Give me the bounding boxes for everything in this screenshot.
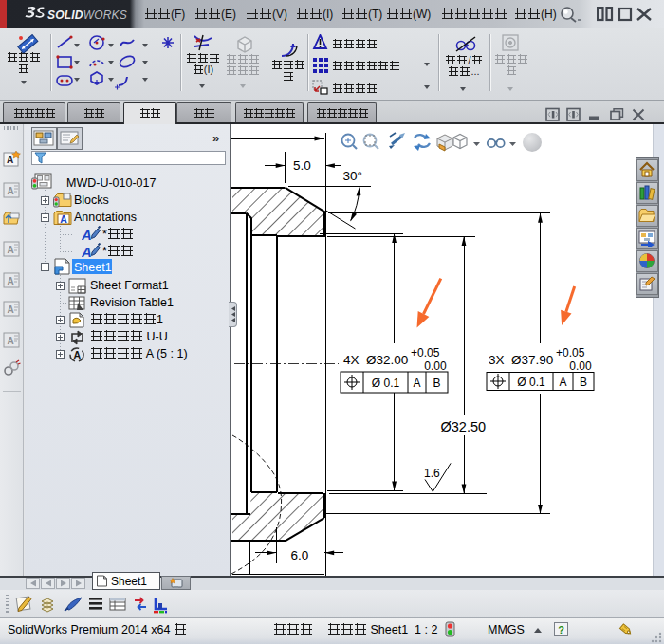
- svg-text:A: A: [60, 213, 67, 225]
- svg-text:B: B: [580, 376, 587, 389]
- svg-text:A: A: [8, 276, 14, 286]
- svg-text:+0.05: +0.05: [411, 346, 440, 359]
- svg-text:A: A: [8, 186, 14, 196]
- svg-text:6.0: 6.0: [291, 548, 309, 562]
- svg-text:A: A: [82, 227, 92, 242]
- svg-text:30°: 30°: [343, 169, 362, 183]
- svg-text:A: A: [8, 245, 14, 255]
- svg-text:0.00: 0.00: [421, 359, 447, 373]
- svg-text:4X Ø32.00: 4X Ø32.00: [343, 353, 408, 367]
- svg-text:A: A: [82, 244, 92, 259]
- svg-text:B: B: [433, 377, 440, 390]
- svg-text:A: A: [559, 376, 566, 389]
- svg-text:A: A: [7, 155, 13, 165]
- svg-text:Ø 0.1: Ø 0.1: [517, 376, 545, 389]
- svg-text:Ø 0.1: Ø 0.1: [372, 377, 400, 390]
- svg-text:1.6: 1.6: [424, 467, 440, 480]
- svg-text:3X Ø37.90: 3X Ø37.90: [489, 353, 553, 367]
- svg-text:0.00: 0.00: [566, 359, 592, 373]
- svg-text:A: A: [413, 377, 420, 390]
- svg-text:A: A: [74, 349, 82, 360]
- svg-text:A: A: [8, 336, 14, 346]
- svg-text:SOLIDWORKS: SOLIDWORKS: [47, 9, 127, 22]
- svg-text:+0.05: +0.05: [556, 346, 585, 359]
- svg-text:Ø32.50: Ø32.50: [441, 419, 487, 434]
- svg-text:5.0: 5.0: [293, 158, 311, 173]
- svg-text:A: A: [8, 304, 14, 315]
